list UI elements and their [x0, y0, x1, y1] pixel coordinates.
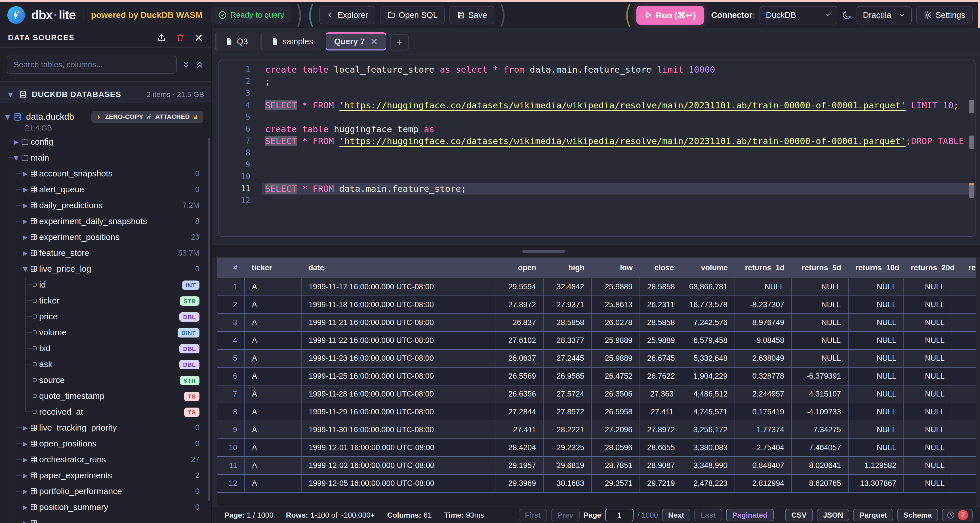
table-row[interactable]: 6A1999-11-25 16:00:00.000 UTC-08:0026.55… — [217, 367, 976, 385]
tree-item-table[interactable]: ▶position_summary0 — [0, 499, 211, 515]
tree-item-column[interactable]: volumeBINT — [0, 324, 211, 340]
moon-icon[interactable] — [842, 10, 852, 20]
table-row[interactable]: 7A1999-11-28 16:00:00.000 UTC-08:0026.63… — [217, 385, 976, 403]
search-input[interactable] — [7, 56, 177, 74]
explorer-button[interactable]: Explorer — [319, 6, 375, 24]
settings-button[interactable]: Settings — [916, 6, 973, 24]
open-sql-button[interactable]: Open SQL — [380, 6, 445, 24]
tree-item-column[interactable]: quote_timestampTS — [0, 388, 211, 404]
sql-editor[interactable]: 1create table local_feature_store as sel… — [218, 60, 975, 237]
table-row[interactable]: 9A1999-11-30 16:00:00.000 UTC-08:0027.41… — [217, 421, 976, 439]
tree-item-table[interactable]: ▶daily_predictions7.2M — [0, 197, 211, 213]
column-header-close[interactable]: close — [640, 258, 681, 278]
tree-item-table[interactable]: ▶ — [0, 515, 211, 523]
tree-item-table[interactable]: ▶experiment_positions23 — [0, 229, 211, 245]
export-csv-button[interactable]: CSV — [785, 509, 813, 521]
upload-icon[interactable] — [157, 33, 166, 42]
caret-right-icon[interactable]: ▶ — [22, 424, 29, 431]
theme-select[interactable]: Dracula — [857, 6, 912, 24]
column-header-returns_10d[interactable]: returns_10d — [848, 258, 904, 278]
tree-item-column[interactable]: received_atTS — [0, 404, 211, 420]
table-row[interactable]: 4A1999-11-22 16:00:00.000 UTC-08:0027.61… — [217, 332, 976, 350]
column-header-ticker[interactable]: ticker — [245, 258, 301, 278]
caret-right-icon[interactable]: ▶ — [22, 170, 29, 177]
trash-icon[interactable] — [176, 33, 185, 42]
tree-item-table[interactable]: ▶live_tracking_priority0 — [0, 420, 211, 436]
tree-item-column[interactable]: idINT — [0, 277, 211, 293]
close-icon[interactable] — [194, 33, 203, 42]
tree-item-column[interactable]: askDBL — [0, 356, 211, 372]
column-header-returns_1d[interactable]: returns_1d — [735, 258, 792, 278]
connector-select[interactable]: DuckDB — [760, 6, 837, 24]
caret-right-icon[interactable]: ▶ — [22, 456, 29, 463]
export-schema-button[interactable]: Schema — [897, 509, 938, 521]
tree-item-table[interactable]: ▶open_positions0 — [0, 436, 211, 451]
caret-right-icon[interactable]: ▶ — [22, 218, 29, 225]
resize-handle[interactable] — [522, 250, 565, 253]
tree-item-column[interactable]: priceDBL — [0, 308, 211, 324]
caret-right-icon[interactable]: ▶ — [22, 234, 29, 241]
table-row[interactable]: 1A1999-11-17 16:00:00.000 UTC-08:0029.55… — [217, 278, 976, 296]
tree-item-database[interactable]: ▼ data.duckdb ZERO-COPY ATTACHED 21.4 GB — [0, 110, 211, 134]
tree-item-table[interactable]: ▶feature_store53.7M — [0, 245, 211, 261]
table-row[interactable]: 5A1999-11-23 16:00:00.000 UTC-08:0026.06… — [217, 350, 976, 367]
last-page-button[interactable]: Last — [694, 509, 722, 521]
query-history-button[interactable]: 7 — [942, 509, 973, 521]
tab-samples[interactable]: samples — [261, 32, 322, 51]
column-header-open[interactable]: open — [495, 258, 543, 278]
caret-right-icon[interactable]: ▶ — [22, 186, 29, 193]
tree-item-column[interactable]: bidDBL — [0, 340, 211, 356]
tree-item-column[interactable]: tickerSTR — [0, 293, 211, 308]
column-header-returns_20d[interactable]: returns_20d — [904, 258, 952, 278]
editor-scrollbar[interactable] — [969, 60, 975, 236]
column-header-num[interactable]: # — [217, 258, 245, 278]
caret-right-icon[interactable]: ▶ — [22, 504, 29, 511]
tree-item-schema[interactable]: ▼main — [0, 150, 211, 165]
run-query-button[interactable]: Run (⌘↵) — [636, 6, 704, 25]
caret-down-icon[interactable]: ▼ — [22, 265, 29, 273]
prev-page-button[interactable]: Prev — [551, 509, 579, 521]
tree-item-table[interactable]: ▶account_snapshots0 — [0, 165, 211, 181]
paginated-toggle[interactable]: Paginated — [726, 509, 774, 521]
caret-right-icon[interactable]: ▶ — [22, 472, 29, 479]
add-tab-button[interactable]: + — [390, 34, 409, 51]
tree-item-table[interactable]: ▶experiment_daily_snapshots8 — [0, 213, 211, 229]
table-row[interactable]: 8A1999-11-29 16:00:00.000 UTC-08:0027.28… — [217, 403, 976, 421]
export-parquet-button[interactable]: Parquet — [853, 509, 893, 521]
table-row[interactable]: 2A1999-11-18 16:00:00.000 UTC-08:0027.89… — [217, 296, 976, 314]
next-page-button[interactable]: Next — [662, 509, 690, 521]
column-header-volume[interactable]: volume — [681, 258, 735, 278]
table-row[interactable]: 12A1999-12-05 16:00:00.000 UTC-08:0029.3… — [217, 474, 976, 492]
column-header-high[interactable]: high — [543, 258, 592, 278]
collapse-all-icon[interactable] — [196, 60, 204, 69]
export-json-button[interactable]: JSON — [817, 509, 850, 521]
table-row[interactable]: 11A1999-12-02 16:00:00.000 UTC-08:0029.1… — [217, 457, 976, 474]
column-header-returns_5d[interactable]: returns_5d — [792, 258, 848, 278]
tree-item-table[interactable]: ▼live_price_log0 — [0, 261, 211, 277]
caret-right-icon[interactable]: ▶ — [22, 488, 29, 495]
caret-right-icon[interactable]: ▶ — [22, 202, 29, 209]
tree-item-table[interactable]: ▶orchestrator_runs27 — [0, 451, 211, 467]
tree-item-table[interactable]: ▶paper_experiments2 — [0, 467, 211, 483]
tree-item-schema[interactable]: ▶config — [0, 134, 211, 150]
tab-query-7[interactable]: Query 7✕ — [326, 32, 386, 51]
first-page-button[interactable]: First — [519, 509, 547, 521]
tree-item-table[interactable]: ▶portfolio_performance0 — [0, 483, 211, 499]
duckdb-databases-section[interactable]: ▼ DUCKDB DATABASES 2 items · 21.5 GB — [0, 86, 211, 103]
caret-right-icon[interactable]: ▶ — [22, 440, 29, 447]
close-tab-icon[interactable]: ✕ — [371, 37, 378, 46]
table-row[interactable]: 3A1999-11-21 16:00:00.000 UTC-08:0026.83… — [217, 314, 976, 332]
tree-item-table[interactable]: ▶alert_queue0 — [0, 181, 211, 197]
caret-right-icon[interactable]: ▶ — [22, 520, 29, 523]
column-header-low[interactable]: low — [592, 258, 640, 278]
column-header-date[interactable]: date — [301, 258, 495, 278]
expand-all-icon[interactable] — [182, 60, 190, 69]
column-header-retu[interactable]: retu — [952, 258, 976, 278]
tab-q3[interactable]: Q3 — [215, 32, 256, 51]
caret-right-icon[interactable]: ▶ — [22, 250, 29, 257]
sidebar-scrollbar[interactable] — [208, 138, 210, 501]
save-button[interactable]: Save — [449, 6, 494, 24]
table-row[interactable]: 10A1999-12-01 16:00:00.000 UTC-08:0028.4… — [217, 439, 976, 457]
page-number-input[interactable] — [605, 509, 633, 521]
tree-item-column[interactable]: sourceSTR — [0, 372, 211, 388]
